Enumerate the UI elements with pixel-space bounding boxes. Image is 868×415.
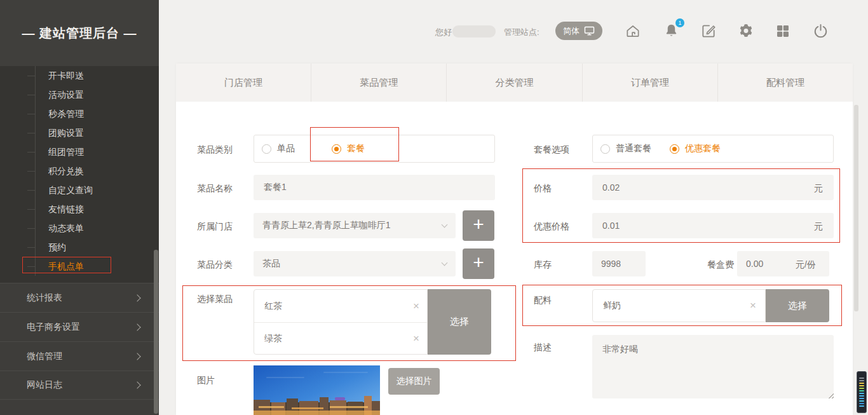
apps-grid-icon[interactable] bbox=[775, 24, 792, 40]
store-select[interactable]: 青青原上草2,青青原上草咖啡厅1 bbox=[254, 213, 456, 238]
radio-label: 普通套餐 bbox=[616, 143, 651, 154]
language-button[interactable]: 简体 bbox=[555, 22, 602, 40]
selected-dish-row: 红茶 × bbox=[254, 290, 427, 322]
select-dishes-button[interactable]: 选择 bbox=[428, 289, 491, 355]
description-textarea[interactable]: 非常好喝 bbox=[592, 335, 834, 398]
radio-icon bbox=[670, 144, 679, 154]
sidebar-item-points-exchange[interactable]: 积分兑换 bbox=[36, 161, 149, 180]
tab-dish-management[interactable]: 菜品管理 bbox=[311, 64, 447, 102]
monitor-icon bbox=[584, 26, 595, 36]
description-label: 描述 bbox=[534, 342, 552, 353]
discount-price-label: 优惠价格 bbox=[534, 221, 569, 233]
radio-combo-dish[interactable]: 套餐 bbox=[332, 143, 365, 154]
chevron-right-icon bbox=[133, 323, 140, 330]
radio-icon bbox=[332, 144, 341, 154]
radio-discount-combo[interactable]: 优惠套餐 bbox=[670, 143, 721, 154]
dish-name-label: 菜品名称 bbox=[197, 183, 233, 194]
ingredient-label: 配料 bbox=[534, 295, 552, 306]
dish-class-label: 菜品分类 bbox=[197, 259, 233, 271]
box-fee-unit: 元/份 bbox=[796, 259, 816, 271]
radio-label: 优惠套餐 bbox=[685, 143, 721, 154]
ingredient-value: 鲜奶 bbox=[603, 300, 621, 311]
tab-store-management[interactable]: 门店管理 bbox=[176, 64, 311, 102]
select-image-button[interactable]: 选择图片 bbox=[388, 368, 440, 395]
ingredient-input[interactable]: 鲜奶 × bbox=[592, 289, 766, 322]
chevron-down-icon bbox=[442, 222, 448, 228]
dish-name-input[interactable] bbox=[254, 175, 495, 200]
remove-ingredient-icon[interactable]: × bbox=[750, 299, 756, 312]
combo-option-label: 套餐选项 bbox=[534, 144, 569, 156]
sidebar-section-statistics[interactable]: 统计报表 bbox=[0, 283, 159, 312]
remove-dish-icon[interactable]: × bbox=[413, 300, 419, 313]
price-label: 价格 bbox=[534, 183, 552, 194]
radio-normal-combo[interactable]: 普通套餐 bbox=[600, 143, 651, 154]
select-ingredient-button[interactable]: 选择 bbox=[766, 289, 829, 322]
manage-site-label: 管理站点: bbox=[504, 27, 539, 38]
notification-badge: 1 bbox=[675, 18, 684, 27]
radio-label: 单品 bbox=[277, 143, 295, 154]
home-icon[interactable] bbox=[625, 23, 641, 39]
add-store-button[interactable]: + bbox=[463, 210, 494, 241]
price-input[interactable] bbox=[592, 175, 834, 200]
tab-category-management[interactable]: 分类管理 bbox=[447, 64, 582, 102]
sidebar-item-group-buy[interactable]: 团购设置 bbox=[36, 123, 149, 142]
store-select-value: 青青原上草2,青青原上草咖啡厅1 bbox=[262, 220, 390, 231]
tab-order-management[interactable]: 订单管理 bbox=[583, 64, 718, 102]
dish-name: 红茶 bbox=[264, 301, 282, 312]
remove-dish-icon[interactable]: × bbox=[413, 332, 419, 345]
sidebar-scrollbar[interactable] bbox=[154, 250, 158, 414]
sidebar-item-custom-query[interactable]: 自定义查询 bbox=[36, 180, 149, 200]
radio-label: 套餐 bbox=[347, 143, 365, 154]
sidebar-item-activity-settings[interactable]: 活动设置 bbox=[36, 85, 149, 104]
dish-name: 绿茶 bbox=[264, 333, 282, 344]
radio-single-dish[interactable]: 单品 bbox=[262, 143, 295, 154]
sidebar-menu: 开卡即送 活动设置 秒杀管理 团购设置 组团管理 积分兑换 自定义查询 友情链接… bbox=[35, 66, 149, 276]
sidebar-item-reservation[interactable]: 预约 bbox=[36, 238, 149, 257]
section-label: 网站日志 bbox=[27, 379, 62, 391]
discount-price-input[interactable] bbox=[592, 213, 834, 238]
app-title: — 建站管理后台 — bbox=[22, 25, 137, 42]
dish-image-thumbnail[interactable] bbox=[254, 365, 380, 415]
radio-icon bbox=[262, 144, 271, 154]
selected-dish-row: 绿茶 × bbox=[254, 322, 427, 355]
main-panel: 门店管理 菜品管理 分类管理 订单管理 配料管理 菜品类别 单品 套餐 菜品名称… bbox=[176, 64, 853, 415]
sidebar-item-group-manage[interactable]: 组团管理 bbox=[36, 142, 149, 161]
dish-class-select[interactable]: 茶品 bbox=[254, 251, 456, 276]
chevron-right-icon bbox=[133, 294, 140, 301]
greeting-text: 您好 bbox=[435, 27, 452, 38]
language-label: 简体 bbox=[563, 25, 580, 37]
chevron-right-icon bbox=[133, 381, 140, 388]
sidebar-item-dynamic-form[interactable]: 动态表单 bbox=[36, 219, 149, 238]
notifications-bell-icon[interactable]: 1 bbox=[663, 22, 680, 39]
power-logout-icon[interactable] bbox=[813, 23, 829, 39]
sidebar: — 建站管理后台 — 开卡即送 活动设置 秒杀管理 团购设置 组团管理 积分兑换… bbox=[0, 0, 159, 415]
dish-category-radio-group: 单品 套餐 bbox=[254, 135, 495, 163]
sidebar-item-mobile-ordering[interactable]: 手机点单 bbox=[36, 257, 149, 276]
dish-class-select-value: 茶品 bbox=[262, 258, 280, 269]
username-redacted bbox=[452, 25, 496, 37]
chevron-right-icon bbox=[133, 353, 140, 360]
browser-extension-widget[interactable] bbox=[857, 371, 867, 413]
radio-icon bbox=[600, 144, 610, 154]
chevron-down-icon bbox=[442, 260, 448, 266]
edit-icon[interactable] bbox=[700, 23, 717, 39]
sidebar-header: — 建站管理后台 — bbox=[0, 0, 159, 66]
stock-label: 库存 bbox=[534, 259, 552, 271]
selected-dishes-list: 红茶 × 绿茶 × bbox=[254, 289, 428, 355]
sidebar-item-friend-links[interactable]: 友情链接 bbox=[36, 200, 149, 219]
sidebar-section-ecommerce[interactable]: 电子商务设置 bbox=[0, 312, 159, 341]
section-label: 统计报表 bbox=[27, 292, 62, 304]
page-scrollbar[interactable] bbox=[854, 105, 858, 311]
select-dishes-label: 选择菜品 bbox=[197, 294, 233, 305]
sidebar-item-open-card-gift[interactable]: 开卡即送 bbox=[36, 66, 149, 85]
add-dish-class-button[interactable]: + bbox=[463, 248, 494, 279]
tab-ingredient-management[interactable]: 配料管理 bbox=[718, 64, 853, 102]
stock-input[interactable] bbox=[592, 251, 646, 276]
combo-option-radio-group: 普通套餐 优惠套餐 bbox=[592, 135, 834, 163]
sidebar-section-wechat[interactable]: 微信管理 bbox=[0, 341, 159, 371]
settings-gear-icon[interactable] bbox=[738, 23, 754, 39]
price-unit: 元 bbox=[814, 183, 823, 194]
box-fee-label: 餐盒费 bbox=[707, 259, 734, 271]
sidebar-item-flash-sale[interactable]: 秒杀管理 bbox=[36, 104, 149, 123]
sidebar-section-site-logs[interactable]: 网站日志 bbox=[0, 371, 159, 400]
